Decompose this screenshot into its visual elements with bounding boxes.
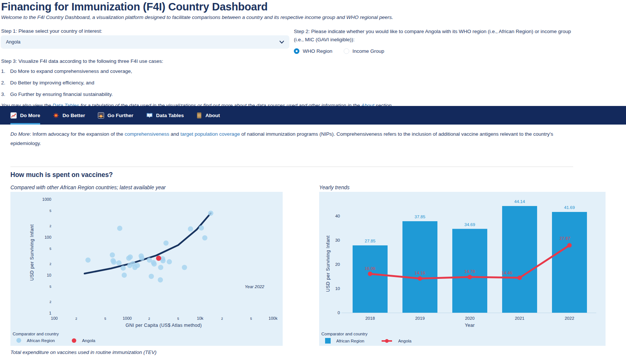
svg-text:0: 0 — [338, 310, 340, 315]
use-case-text: by improving efficiency, and — [31, 80, 94, 86]
use-case-go-further: 3. Go Further by ensuring financial sust… — [1, 91, 393, 99]
svg-text:5: 5 — [49, 209, 51, 213]
tab-label: Do More — [20, 113, 40, 118]
radio-who-region-label: WHO Region — [303, 47, 333, 55]
svg-text:5: 5 — [49, 285, 51, 289]
scatter-chart-title: Compared with other African Region count… — [10, 184, 166, 190]
use-case-name: Go Further — [10, 91, 34, 97]
african-region-square-swatch[interactable] — [325, 338, 331, 344]
tab-label: Go Further — [107, 113, 134, 118]
starburst-icon — [53, 112, 59, 119]
use-case-do-more: 1. Do More to expand comprehensiveness a… — [1, 68, 393, 75]
f4i-dashboard: Financing for Immunization (F4I) Country… — [0, 0, 626, 364]
svg-text:30: 30 — [335, 238, 340, 242]
scatter-legend: African Region Angola — [16, 338, 95, 343]
bar-legend-title: Comparator and country — [321, 332, 367, 336]
use-case-do-better: 2. Do Better by improving efficiency, an… — [1, 79, 393, 87]
use-case-number: 1. — [1, 68, 5, 75]
svg-text:5: 5 — [104, 317, 106, 320]
bar-legend: African Region Angola — [325, 338, 411, 344]
svg-text:5: 5 — [177, 317, 179, 320]
svg-text:2: 2 — [49, 224, 51, 228]
scatter-x-axis-label: GNI per Capita (US$ Atlas method) — [108, 323, 219, 328]
country-select-dropdown[interactable]: Angola — [1, 35, 289, 49]
svg-text:10: 10 — [47, 273, 51, 277]
tab-label: Data Tables — [156, 113, 184, 118]
tab-data-tables[interactable]: Data Tables — [146, 106, 184, 125]
angola-dot-swatch[interactable] — [72, 338, 76, 343]
bar-chart-title: Yearly trends — [319, 184, 350, 190]
svg-text:100: 100 — [51, 316, 58, 320]
radio-unselected-icon[interactable] — [344, 48, 349, 54]
step2-block: Step 2: Please indicate whether you woul… — [294, 28, 581, 55]
step3-block: Step 3: Visualize F4I data according to … — [1, 58, 393, 108]
svg-text:14.78: 14.78 — [465, 269, 475, 274]
svg-text:Year 2022: Year 2022 — [245, 284, 264, 289]
main-navbar: Do More Do Better Go Further — [0, 106, 626, 125]
svg-text:2: 2 — [49, 300, 51, 304]
svg-text:2022: 2022 — [565, 316, 574, 320]
angola-line-swatch[interactable] — [381, 339, 392, 343]
svg-text:2021: 2021 — [515, 316, 524, 320]
svg-text:37.85: 37.85 — [415, 215, 426, 219]
svg-text:2: 2 — [49, 262, 51, 266]
open-book-icon — [146, 112, 153, 118]
legend-angola-label[interactable]: Angola — [398, 339, 411, 343]
use-case-name: Do Better — [10, 80, 31, 86]
svg-text:27.85: 27.85 — [365, 239, 376, 243]
step1-label: Step 1: Please select your country of in… — [1, 28, 102, 34]
line-chart-icon — [10, 112, 17, 119]
radio-income-group[interactable]: Income Group — [344, 47, 385, 55]
tab-do-more[interactable]: Do More — [10, 106, 40, 125]
svg-text:2020: 2020 — [465, 316, 475, 320]
svg-text:100k: 100k — [269, 316, 277, 320]
page-title: Financing for Immunization (F4I) Country… — [1, 1, 268, 13]
country-select-value: Angola — [6, 39, 20, 45]
svg-text:2: 2 — [75, 317, 77, 320]
legend-african-region-label[interactable]: African Region — [27, 338, 55, 343]
bar-y-axis-label: USD per Surviving Infant — [325, 219, 331, 308]
step2-label: Step 2: Please indicate whether you woul… — [294, 28, 581, 44]
svg-text:5: 5 — [250, 317, 252, 320]
tab-label: About — [205, 113, 220, 118]
svg-text:14.46: 14.46 — [502, 271, 513, 275]
tab-label: Do Better — [62, 113, 85, 118]
sunset-icon — [98, 112, 104, 119]
legend-african-region-label[interactable]: African Region — [336, 339, 364, 343]
scatter-legend-title: Comparator and country — [13, 332, 59, 336]
scatter-caption: Total expenditure on vaccines used in ro… — [10, 349, 157, 355]
svg-text:10: 10 — [335, 286, 340, 291]
use-case-number: 2. — [1, 79, 5, 87]
tab-about[interactable]: About — [196, 106, 220, 125]
scatter-chart-card: USD per Surviving Infant 125102510025100… — [10, 192, 283, 346]
radio-selected-icon[interactable] — [294, 48, 299, 54]
svg-text:2: 2 — [221, 317, 223, 320]
svg-text:44.14: 44.14 — [514, 199, 525, 204]
use-case-name: Do More — [10, 68, 29, 74]
svg-text:1000: 1000 — [42, 197, 51, 202]
description-lead: Do More — [10, 131, 30, 137]
book-spine-icon — [196, 112, 202, 119]
svg-text:40: 40 — [335, 214, 340, 218]
target-population-coverage-link[interactable]: target population coverage — [180, 131, 240, 137]
comparator-radio-group: WHO Region Income Group — [294, 47, 581, 55]
african-region-dot-swatch[interactable] — [16, 338, 21, 343]
tab-do-better[interactable]: Do Better — [53, 106, 85, 125]
svg-text:2019: 2019 — [415, 316, 425, 320]
svg-text:100: 100 — [45, 235, 51, 239]
radio-who-region[interactable]: WHO Region — [294, 47, 333, 55]
comprehensiveness-link[interactable]: comprehensiveness — [125, 131, 169, 137]
svg-text:10k: 10k — [197, 316, 203, 320]
bar-x-axis-label: Year — [414, 323, 526, 328]
svg-text:1000: 1000 — [123, 316, 132, 320]
svg-text:34.69: 34.69 — [465, 222, 475, 227]
step3-label: Step 3: Visualize F4I data according to … — [1, 58, 393, 64]
use-case-text: to expand comprehensiveness and coverage… — [29, 68, 132, 74]
use-case-number: 3. — [1, 91, 5, 99]
svg-text:14.16: 14.16 — [415, 271, 426, 275]
svg-text:5: 5 — [49, 247, 51, 251]
svg-text:2: 2 — [148, 317, 150, 320]
legend-angola-label[interactable]: Angola — [82, 338, 95, 343]
radio-income-group-label: Income Group — [353, 47, 385, 55]
tab-go-further[interactable]: Go Further — [98, 106, 134, 125]
